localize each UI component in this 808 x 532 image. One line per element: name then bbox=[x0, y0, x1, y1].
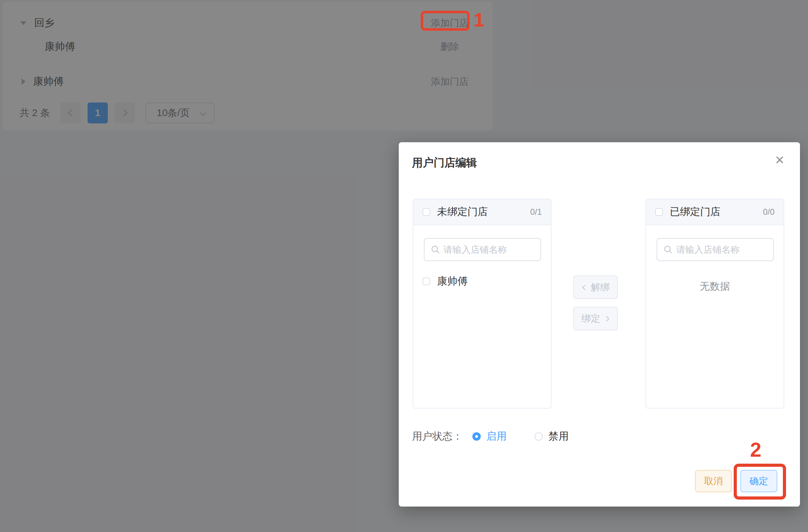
unbound-panel-count: 0/1 bbox=[530, 207, 542, 217]
select-all-checkbox[interactable] bbox=[422, 208, 430, 216]
bind-button-label: 绑定 bbox=[582, 312, 600, 325]
radio-enabled[interactable] bbox=[472, 432, 481, 441]
unbound-search-box bbox=[424, 238, 541, 261]
bound-search-box bbox=[657, 238, 774, 261]
bound-panel-title: 已绑定门店 bbox=[670, 205, 720, 219]
bound-stores-panel: 已绑定门店 0/0 无数据 bbox=[645, 199, 784, 409]
step2-number: 2 bbox=[750, 438, 761, 461]
store-list-item[interactable]: 康帅傅 bbox=[413, 274, 551, 289]
user-status-row: 用户状态： 启用 禁用 bbox=[412, 429, 569, 444]
search-icon bbox=[664, 245, 673, 254]
radio-disabled-label[interactable]: 禁用 bbox=[548, 430, 569, 443]
bound-panel-count: 0/0 bbox=[763, 207, 775, 217]
step2-highlight-box bbox=[734, 464, 786, 500]
item-label: 康帅傅 bbox=[437, 274, 467, 288]
radio-enabled-label[interactable]: 启用 bbox=[486, 430, 507, 443]
cancel-button[interactable]: 取消 bbox=[695, 470, 732, 492]
screen: 回乡 添加门店 康帅傅 删除 康帅傅 添加门店 共 2 条 1 10条/页 bbox=[0, 0, 808, 532]
bound-search-input[interactable] bbox=[676, 244, 763, 255]
dialog-title: 用户门店编辑 bbox=[412, 155, 477, 170]
bound-panel-header: 已绑定门店 0/0 bbox=[646, 199, 784, 225]
unbound-stores-panel: 未绑定门店 0/1 康帅傅 bbox=[413, 199, 552, 409]
unbound-panel-header: 未绑定门店 0/1 bbox=[413, 199, 551, 225]
item-checkbox[interactable] bbox=[422, 278, 430, 285]
user-store-edit-dialog: 用户门店编辑 ✕ 未绑定门店 0/1 康帅傅 bbox=[399, 142, 800, 507]
user-status-label: 用户状态： bbox=[412, 430, 463, 443]
select-all-checkbox[interactable] bbox=[655, 208, 663, 216]
unbind-button[interactable]: 解绑 bbox=[573, 275, 618, 299]
radio-disabled[interactable] bbox=[534, 432, 543, 441]
unbound-search-input[interactable] bbox=[443, 244, 531, 255]
step1-number: 1 bbox=[473, 8, 484, 31]
unbind-button-label: 解绑 bbox=[591, 281, 610, 294]
chevron-right-icon bbox=[604, 316, 609, 321]
search-icon bbox=[431, 245, 440, 254]
empty-data-text: 无数据 bbox=[646, 280, 784, 294]
step1-highlight-box bbox=[421, 11, 470, 31]
unbound-panel-title: 未绑定门店 bbox=[437, 205, 488, 219]
bind-button[interactable]: 绑定 bbox=[573, 307, 618, 330]
chevron-left-icon bbox=[582, 284, 588, 290]
close-icon[interactable]: ✕ bbox=[775, 154, 785, 166]
